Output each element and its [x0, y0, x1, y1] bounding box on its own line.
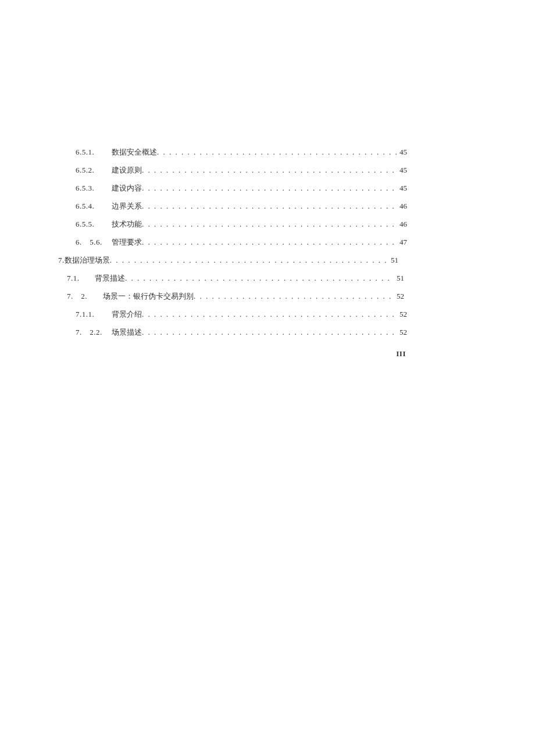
toc-entry: 7.数据治理场景51 — [0, 256, 535, 264]
toc-entry-page: 45 — [397, 166, 407, 174]
toc-entry-title: 建设内容 — [112, 184, 142, 192]
toc-entry-leader-dots — [142, 166, 397, 174]
toc-entry: 6. 5.6.管理要求47 — [0, 238, 535, 246]
toc-entry-title: 边界关系 — [112, 202, 142, 210]
toc-entry-page: 45 — [397, 148, 407, 156]
toc-entry-leader-dots — [142, 328, 397, 336]
toc-entry-page: 52 — [397, 310, 407, 318]
toc-entry-page: 51 — [394, 274, 404, 282]
toc-entry-number: 7. — [58, 256, 65, 264]
toc-entry: 6.5.1.数据安全概述45 — [0, 148, 535, 156]
toc-entry-number: 6.5.1. — [76, 148, 112, 156]
toc-entry-page: 51 — [388, 256, 398, 264]
page-number: III — [396, 349, 406, 359]
toc-entry-page: 52 — [394, 292, 404, 300]
toc-entry-number: 7. 2. — [67, 292, 103, 300]
toc-entry: 7.1.背景描述51 — [0, 274, 535, 282]
toc-entry: 7.1.1.背景介绍52 — [0, 310, 535, 318]
toc-entry-leader-dots — [110, 256, 388, 264]
toc-entry-page: 46 — [397, 202, 407, 210]
toc-entry-number: 7.1.1. — [76, 310, 112, 318]
toc-entry-number: 7.1. — [67, 274, 95, 282]
table-of-contents: 6.5.1.数据安全概述456.5.2.建设原则456.5.3.建设内容456.… — [0, 148, 535, 336]
toc-entry-title: 背景介绍 — [112, 310, 142, 318]
toc-entry-leader-dots — [157, 148, 397, 156]
toc-entry-leader-dots — [142, 310, 397, 318]
toc-entry-title: 管理要求 — [112, 238, 142, 246]
toc-entry: 6.5.4.边界关系46 — [0, 202, 535, 210]
toc-entry-title: 场景描述 — [112, 328, 142, 336]
toc-entry-leader-dots — [142, 202, 397, 210]
toc-entry-title: 背景描述 — [95, 274, 125, 282]
toc-entry-title: 场景一：银行伪卡交易判别 — [103, 292, 194, 300]
document-page: 6.5.1.数据安全概述456.5.2.建设原则456.5.3.建设内容456.… — [0, 0, 535, 756]
toc-entry-leader-dots — [194, 292, 394, 300]
toc-entry-number: 6.5.4. — [76, 202, 112, 210]
toc-entry-title: 数据治理场景 — [65, 256, 110, 264]
toc-entry-leader-dots — [142, 220, 397, 228]
toc-entry: 6.5.2.建设原则45 — [0, 166, 535, 174]
toc-entry-number: 7. 2.2. — [76, 328, 112, 336]
toc-entry: 7. 2.场景一：银行伪卡交易判别52 — [0, 292, 535, 300]
toc-entry-title: 技术功能 — [112, 220, 142, 228]
toc-entry: 6.5.3.建设内容45 — [0, 184, 535, 192]
toc-entry-leader-dots — [125, 274, 394, 282]
toc-entry: 7. 2.2.场景描述52 — [0, 328, 535, 336]
toc-entry-leader-dots — [142, 184, 397, 192]
toc-entry-number: 6.5.5. — [76, 220, 112, 228]
toc-entry-page: 52 — [397, 328, 407, 336]
toc-entry-title: 数据安全概述 — [112, 148, 157, 156]
toc-entry-page: 45 — [397, 184, 407, 192]
toc-entry-page: 46 — [397, 220, 407, 228]
toc-entry: 6.5.5.技术功能46 — [0, 220, 535, 228]
toc-entry-leader-dots — [142, 238, 397, 246]
toc-entry-number: 6. 5.6. — [76, 238, 112, 246]
toc-entry-page: 47 — [397, 238, 407, 246]
toc-entry-number: 6.5.3. — [76, 184, 112, 192]
toc-entry-number: 6.5.2. — [76, 166, 112, 174]
toc-entry-title: 建设原则 — [112, 166, 142, 174]
